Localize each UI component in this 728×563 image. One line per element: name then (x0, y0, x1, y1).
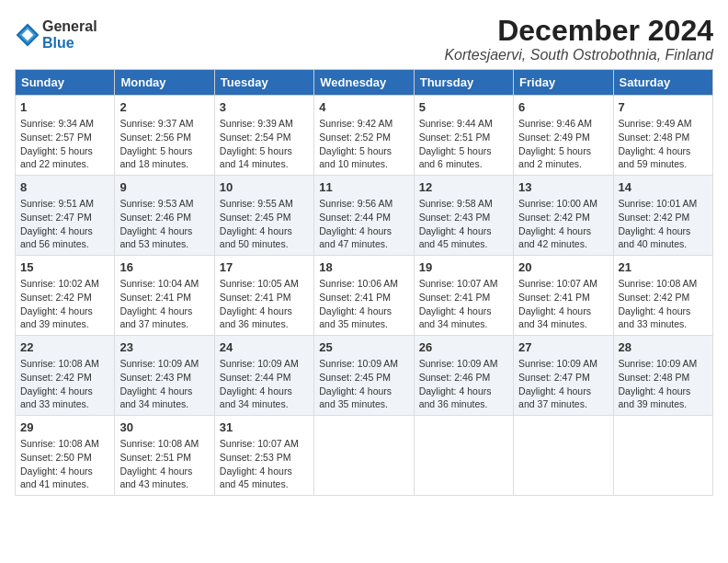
logo-general-text: General (42, 18, 97, 35)
day-number: 10 (220, 179, 309, 196)
daylight-text: Daylight: 4 hours and 35 minutes. (319, 385, 392, 410)
day-number: 26 (419, 339, 508, 356)
calendar-cell: 20Sunrise: 10:07 AMSunset: 2:41 PMDaylig… (514, 256, 613, 336)
daylight-text: Daylight: 4 hours and 34 minutes. (220, 385, 292, 410)
day-number: 24 (220, 339, 309, 356)
day-number: 7 (619, 99, 708, 116)
calendar-cell: 3Sunrise: 9:39 AMSunset: 2:54 PMDaylight… (214, 96, 313, 176)
sunset-text: Sunset: 2:46 PM (419, 372, 491, 383)
sunset-text: Sunset: 2:47 PM (518, 372, 590, 383)
calendar-cell: 16Sunrise: 10:04 AMSunset: 2:41 PMDaylig… (115, 256, 214, 336)
sunset-text: Sunset: 2:43 PM (419, 212, 491, 223)
day-number: 14 (619, 179, 708, 196)
calendar-cell: 6Sunrise: 9:46 AMSunset: 2:49 PMDaylight… (514, 96, 613, 176)
sunset-text: Sunset: 2:41 PM (220, 292, 291, 303)
col-tuesday: Tuesday (214, 70, 313, 96)
day-number: 5 (419, 99, 508, 116)
sunset-text: Sunset: 2:46 PM (119, 212, 191, 223)
day-number: 18 (319, 259, 408, 276)
sunrise-text: Sunrise: 9:39 AM (220, 118, 293, 129)
calendar-cell: 9Sunrise: 9:53 AMSunset: 2:46 PMDaylight… (115, 176, 214, 256)
sunset-text: Sunset: 2:42 PM (20, 292, 92, 303)
col-monday: Monday (115, 70, 214, 96)
calendar-week-5: 29Sunrise: 10:08 AMSunset: 2:50 PMDaylig… (16, 415, 713, 495)
sunset-text: Sunset: 2:48 PM (619, 372, 690, 383)
sunrise-text: Sunrise: 10:08 AM (619, 278, 698, 289)
daylight-text: Daylight: 4 hours and 37 minutes. (119, 305, 192, 330)
calendar-cell: 7Sunrise: 9:49 AMSunset: 2:48 PMDaylight… (613, 96, 712, 176)
calendar-body: 1Sunrise: 9:34 AMSunset: 2:57 PMDaylight… (16, 96, 713, 496)
daylight-text: Daylight: 5 hours and 10 minutes. (319, 145, 392, 170)
sunrise-text: Sunrise: 10:09 AM (319, 358, 398, 369)
sunset-text: Sunset: 2:52 PM (319, 132, 391, 143)
subtitle: Kortesjaervi, South Ostrobothnia, Finlan… (444, 47, 713, 63)
day-number: 3 (220, 99, 309, 116)
sunset-text: Sunset: 2:42 PM (619, 212, 690, 223)
daylight-text: Daylight: 5 hours and 6 minutes. (419, 145, 492, 170)
sunset-text: Sunset: 2:41 PM (419, 292, 491, 303)
header: General Blue December 2024 Kortesjaervi,… (15, 15, 713, 63)
sunrise-text: Sunrise: 10:06 AM (319, 278, 398, 289)
calendar-cell: 25Sunrise: 10:09 AMSunset: 2:45 PMDaylig… (314, 336, 414, 416)
sunset-text: Sunset: 2:56 PM (119, 132, 191, 143)
day-number: 27 (518, 339, 608, 356)
sunrise-text: Sunrise: 10:01 AM (619, 198, 698, 209)
sunrise-text: Sunrise: 10:04 AM (119, 278, 199, 289)
sunrise-text: Sunrise: 9:46 AM (518, 118, 592, 129)
daylight-text: Daylight: 4 hours and 33 minutes. (619, 305, 691, 330)
day-number: 23 (119, 339, 209, 356)
sunset-text: Sunset: 2:41 PM (518, 292, 590, 303)
logo-icon (15, 22, 40, 48)
sunset-text: Sunset: 2:42 PM (20, 372, 92, 383)
calendar-cell: 5Sunrise: 9:44 AMSunset: 2:51 PMDaylight… (414, 96, 513, 176)
sunrise-text: Sunrise: 10:07 AM (220, 438, 299, 449)
sunset-text: Sunset: 2:51 PM (419, 132, 491, 143)
day-number: 15 (20, 259, 109, 276)
daylight-text: Daylight: 5 hours and 22 minutes. (20, 145, 93, 170)
calendar-cell: 18Sunrise: 10:06 AMSunset: 2:41 PMDaylig… (314, 256, 414, 336)
daylight-text: Daylight: 4 hours and 35 minutes. (319, 305, 392, 330)
calendar-table: Sunday Monday Tuesday Wednesday Thursday… (15, 69, 713, 496)
day-number: 2 (119, 99, 209, 116)
day-number: 16 (119, 259, 209, 276)
daylight-text: Daylight: 4 hours and 33 minutes. (20, 385, 93, 410)
day-number: 12 (419, 179, 508, 196)
sunrise-text: Sunrise: 9:37 AM (119, 118, 193, 129)
day-number: 9 (119, 179, 209, 196)
day-number: 1 (20, 99, 109, 116)
calendar-cell: 4Sunrise: 9:42 AMSunset: 2:52 PMDaylight… (314, 96, 414, 176)
daylight-text: Daylight: 5 hours and 18 minutes. (119, 145, 192, 170)
calendar-cell: 14Sunrise: 10:01 AMSunset: 2:42 PMDaylig… (613, 176, 712, 256)
sunset-text: Sunset: 2:41 PM (119, 292, 191, 303)
daylight-text: Daylight: 5 hours and 2 minutes. (518, 145, 591, 170)
sunrise-text: Sunrise: 10:09 AM (518, 358, 597, 369)
day-number: 28 (619, 339, 708, 356)
col-friday: Friday (514, 70, 613, 96)
sunrise-text: Sunrise: 10:05 AM (220, 278, 299, 289)
title-block: December 2024 Kortesjaervi, South Ostrob… (444, 15, 713, 63)
sunrise-text: Sunrise: 9:58 AM (419, 198, 493, 209)
day-number: 4 (319, 99, 408, 116)
sunrise-text: Sunrise: 10:08 AM (119, 438, 199, 449)
calendar-cell: 10Sunrise: 9:55 AMSunset: 2:45 PMDayligh… (214, 176, 313, 256)
calendar-cell: 29Sunrise: 10:08 AMSunset: 2:50 PMDaylig… (16, 415, 115, 495)
daylight-text: Daylight: 4 hours and 43 minutes. (119, 465, 192, 490)
sunrise-text: Sunrise: 9:53 AM (119, 198, 193, 209)
sunrise-text: Sunrise: 10:07 AM (419, 278, 498, 289)
calendar-cell (613, 415, 712, 495)
calendar-header: Sunday Monday Tuesday Wednesday Thursday… (16, 70, 713, 96)
daylight-text: Daylight: 4 hours and 34 minutes. (419, 305, 492, 330)
logo-text: General Blue (42, 18, 97, 51)
day-number: 19 (419, 259, 508, 276)
sunset-text: Sunset: 2:57 PM (20, 132, 92, 143)
calendar-cell: 13Sunrise: 10:00 AMSunset: 2:42 PMDaylig… (514, 176, 613, 256)
col-sunday: Sunday (16, 70, 115, 96)
daylight-text: Daylight: 4 hours and 40 minutes. (619, 225, 691, 250)
sunset-text: Sunset: 2:54 PM (220, 132, 291, 143)
day-number: 6 (518, 99, 608, 116)
sunrise-text: Sunrise: 10:08 AM (20, 358, 99, 369)
sunset-text: Sunset: 2:41 PM (319, 292, 391, 303)
sunrise-text: Sunrise: 10:07 AM (518, 278, 597, 289)
sunset-text: Sunset: 2:45 PM (220, 212, 291, 223)
calendar-cell: 26Sunrise: 10:09 AMSunset: 2:46 PMDaylig… (414, 336, 513, 416)
